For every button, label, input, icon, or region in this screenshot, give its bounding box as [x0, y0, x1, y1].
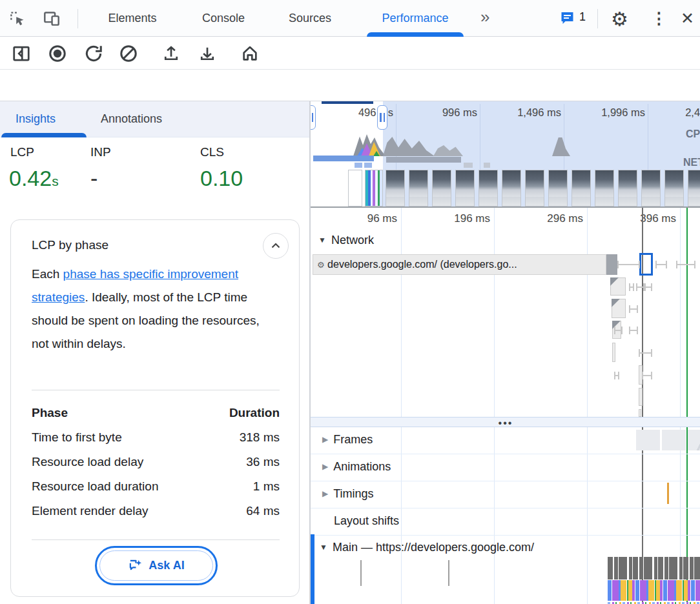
ask-ai-button[interactable]: Ask AI — [99, 550, 213, 581]
devtools-window: Elements Console Sources Performance » 1… — [0, 0, 700, 604]
frame-thumbnail[interactable] — [636, 430, 660, 450]
film-thumbnail[interactable] — [432, 170, 451, 206]
tab-insights[interactable]: Insights — [15, 101, 56, 137]
timeline-detail-panel[interactable]: 96 ms 196 ms 296 ms 396 ms ▼Network ⚙ de… — [310, 208, 700, 604]
network-request-whisker[interactable] — [617, 264, 640, 265]
timeline-overview[interactable]: 496 ms 996 ms 1,496 ms 1,996 ms 2,496 ms… — [310, 101, 700, 208]
network-request-bar[interactable] — [612, 343, 615, 362]
overview-right-handle[interactable] — [377, 105, 387, 130]
network-request-bar[interactable] — [610, 277, 626, 296]
main-track-header[interactable]: ▼Main — https://developers.google.com/ — [320, 541, 534, 554]
network-request-whisker[interactable] — [639, 352, 652, 354]
clear-icon[interactable] — [119, 44, 138, 63]
metric-inp-value: - — [90, 166, 98, 191]
settings-gear-icon[interactable]: ⚙ — [611, 8, 628, 30]
metric-cls-label: CLS — [200, 145, 224, 159]
divider — [77, 9, 78, 28]
network-overview-chunk — [464, 163, 473, 168]
record-icon[interactable] — [48, 44, 67, 63]
timing-marker[interactable] — [667, 483, 669, 504]
film-thumbnail[interactable] — [618, 170, 637, 206]
film-thumbnail-blank[interactable] — [348, 170, 362, 206]
close-devtools-icon[interactable]: ✕ — [681, 9, 694, 28]
more-tabs-icon[interactable]: » — [480, 7, 489, 27]
network-request-whisker[interactable] — [644, 287, 652, 288]
home-icon[interactable] — [240, 45, 260, 63]
sidebar-tabstrip: Insights Annotations — [0, 101, 309, 137]
tab-console[interactable]: Console — [192, 0, 254, 36]
tab-elements[interactable]: Elements — [97, 0, 168, 36]
film-thumbnail[interactable] — [571, 170, 591, 206]
tab-sources[interactable]: Sources — [279, 0, 341, 36]
film-thumbnail[interactable] — [688, 170, 700, 206]
frame-thumbnail[interactable] — [662, 430, 686, 450]
network-overview-chunk — [364, 163, 372, 168]
toggle-sidebar-icon[interactable] — [12, 44, 31, 63]
network-request-whisker[interactable] — [629, 287, 634, 288]
film-thumbnail[interactable] — [479, 170, 498, 206]
overview-ruler-label: 1,996 ms — [562, 106, 645, 119]
film-thumbnail[interactable] — [595, 170, 614, 206]
timings-track-header[interactable]: ▶Timings — [322, 487, 374, 501]
film-thumbnail-paint[interactable] — [365, 170, 383, 206]
film-thumbnail[interactable] — [502, 170, 521, 206]
film-thumbnail[interactable] — [641, 170, 661, 206]
download-profile-icon[interactable] — [198, 45, 217, 63]
kebab-menu-icon[interactable]: ⋮ — [651, 9, 667, 28]
duration-cell: 318 ms — [240, 425, 280, 450]
cpu-track-label: CPU — [686, 128, 700, 140]
film-thumbnail[interactable] — [409, 170, 428, 206]
animations-track-header[interactable]: ▶Animations — [322, 460, 391, 474]
device-toolbar-icon[interactable] — [43, 10, 61, 27]
network-overview-chunk — [355, 163, 362, 168]
record-and-reload-icon[interactable] — [84, 44, 103, 63]
network-request-whisker[interactable] — [636, 287, 644, 288]
film-thumbnail[interactable] — [525, 170, 544, 206]
overview-ruler-label: 996 ms — [395, 106, 477, 119]
network-request-whisker[interactable] — [629, 330, 638, 331]
overview-window-indicator — [322, 101, 373, 104]
overview-left-handle[interactable] — [310, 105, 316, 130]
phase-cell: Element render delay — [32, 499, 149, 523]
network-request-whisker[interactable] — [676, 264, 695, 265]
network-overview-bar — [313, 156, 374, 161]
issues-count-badge[interactable]: 1 — [579, 10, 586, 24]
upload-profile-icon[interactable] — [161, 45, 181, 63]
film-thumbnail[interactable] — [548, 170, 568, 206]
film-thumbnail[interactable] — [455, 170, 475, 206]
network-request-bar[interactable] — [612, 299, 626, 318]
network-request-whisker[interactable] — [642, 375, 652, 376]
duration-header: Duration — [229, 401, 280, 425]
ask-ai-focus-ring: Ask AI — [95, 546, 218, 585]
track-border — [311, 481, 700, 481]
layout-shifts-track-header[interactable]: Layout shifts — [334, 514, 399, 528]
frames-track-header[interactable]: ▶Frames — [322, 433, 373, 447]
divider — [32, 390, 280, 390]
network-request-whisker[interactable] — [655, 264, 667, 265]
issues-message-icon[interactable] — [559, 10, 575, 26]
table-row: Resource load delay 36 ms — [32, 450, 280, 474]
triangle-down-icon: ▼ — [320, 543, 327, 552]
collapse-card-button[interactable] — [263, 233, 289, 259]
phase-duration-table: Phase Duration Time to first byte 318 ms… — [32, 401, 280, 523]
network-request-whisker[interactable] — [614, 330, 623, 331]
active-sidebar-tab-underline — [1, 133, 87, 137]
triangle-right-icon: ▶ — [322, 435, 328, 444]
track-splitter-handle[interactable]: ••• — [311, 417, 700, 427]
network-request-whisker[interactable] — [614, 375, 619, 376]
tab-performance[interactable]: Performance — [367, 0, 464, 36]
network-request-bar[interactable] — [639, 388, 643, 406]
film-thumbnail[interactable] — [664, 170, 684, 206]
frame-thumbnail[interactable] — [688, 430, 700, 450]
card-title: LCP by phase — [32, 238, 108, 252]
film-thumbnail[interactable] — [386, 170, 405, 206]
inspect-element-icon[interactable] — [9, 10, 26, 27]
network-request-bar[interactable] — [639, 409, 641, 417]
ask-ai-label: Ask AI — [149, 559, 184, 572]
network-request-whisker[interactable] — [629, 308, 638, 310]
network-waterfall — [311, 208, 700, 417]
main-flame-chart-toplevel[interactable] — [608, 557, 700, 579]
lcp-number: 0.42 — [9, 166, 52, 190]
tab-annotations[interactable]: Annotations — [101, 101, 162, 137]
main-flame-chart-children[interactable] — [608, 580, 700, 601]
